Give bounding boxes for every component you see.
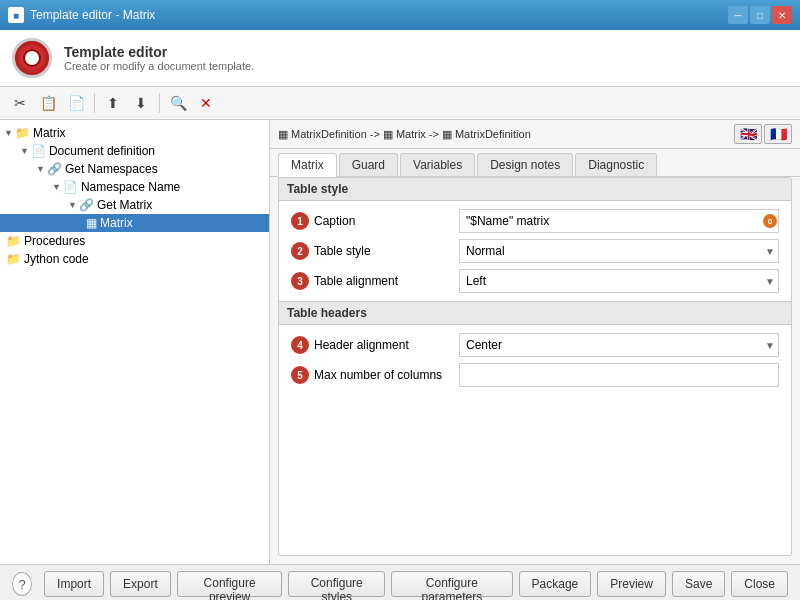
form-row-caption: 1 Caption 0 [291, 209, 779, 233]
minimize-button[interactable]: ─ [728, 6, 748, 24]
breadcrumb-icon-2: ▦ [383, 128, 393, 141]
folder-icon-jython: 📁 [6, 252, 21, 266]
delete-button[interactable]: ✕ [194, 91, 218, 115]
tablestyle-select[interactable]: Normal Simple Grid [459, 239, 779, 263]
form-label-maxcols: 5 Max number of columns [291, 366, 451, 384]
export-button[interactable]: Export [110, 571, 171, 597]
maxcols-input[interactable] [459, 363, 779, 387]
toolbar-separator-2 [159, 93, 160, 113]
configure-parameters-button[interactable]: Configure parameters [391, 571, 512, 597]
form-row-tablestyle: 2 Table style Normal Simple Grid ▼ [291, 239, 779, 263]
flag-fr-button[interactable]: 🇫🇷 [764, 124, 792, 144]
form-row-tablealign: 3 Table alignment Left Center Right ▼ [291, 269, 779, 293]
app-title: Template editor [64, 44, 254, 60]
tablealign-select-wrapper: Left Center Right ▼ [459, 269, 779, 293]
configure-styles-button[interactable]: Configure styles [288, 571, 385, 597]
num-badge-1: 1 [291, 212, 309, 230]
link-icon-getns: 🔗 [47, 162, 62, 176]
form-row-maxcols: 5 Max number of columns [291, 363, 779, 387]
breadcrumb: ▦ MatrixDefinition -> ▦ Matrix -> ▦ Matr… [278, 128, 531, 141]
link-icon-getmatrix: 🔗 [79, 198, 94, 212]
tree-item-nsname[interactable]: ▼ 📄 Namespace Name [0, 178, 269, 196]
window-close-button[interactable]: ✕ [772, 6, 792, 24]
table-style-section-header: Table style [279, 178, 791, 201]
label-headeralign: Header alignment [314, 338, 409, 352]
form-label-tablealign: 3 Table alignment [291, 272, 451, 290]
import-button[interactable]: Import [44, 571, 104, 597]
flag-group: 🇬🇧 🇫🇷 [734, 124, 792, 144]
label-maxcols: Max number of columns [314, 368, 442, 382]
form-label-caption: 1 Caption [291, 212, 451, 230]
expand-icon-nsname: ▼ [52, 182, 61, 192]
folder-icon-matrix: 📁 [15, 126, 30, 140]
tab-matrix[interactable]: Matrix [278, 153, 337, 177]
tab-design-notes[interactable]: Design notes [477, 153, 573, 176]
app-header: Template editor Create or modify a docum… [0, 30, 800, 87]
caption-input-wrapper: 0 [459, 209, 779, 233]
app-header-text: Template editor Create or modify a docum… [64, 44, 254, 72]
flag-uk-button[interactable]: 🇬🇧 [734, 124, 762, 144]
maximize-button[interactable]: □ [750, 6, 770, 24]
form-label-tablestyle: 2 Table style [291, 242, 451, 260]
expand-icon-getns: ▼ [36, 164, 45, 174]
form-label-headeralign: 4 Header alignment [291, 336, 451, 354]
tree-item-procedures[interactable]: 📁 Procedures [0, 232, 269, 250]
breadcrumb-sep-1: -> [370, 128, 380, 140]
form-row-headeralign: 4 Header alignment Left Center Right ▼ [291, 333, 779, 357]
tree-item-jython[interactable]: 📁 Jython code [0, 250, 269, 268]
tree-label-procedures: Procedures [24, 234, 85, 248]
toolbar: ✂ 📋 📄 ⬆ ⬇ 🔍 ✕ [0, 87, 800, 120]
breadcrumb-icon-3: ▦ [442, 128, 452, 141]
headeralign-select[interactable]: Left Center Right [459, 333, 779, 357]
tablealign-select[interactable]: Left Center Right [459, 269, 779, 293]
preview-button[interactable]: Preview [597, 571, 666, 597]
num-badge-4: 4 [291, 336, 309, 354]
tab-variables[interactable]: Variables [400, 153, 475, 176]
label-caption: Caption [314, 214, 355, 228]
breadcrumb-part-3: MatrixDefinition [455, 128, 531, 140]
label-tablestyle: Table style [314, 244, 371, 258]
tree-label-docdef: Document definition [49, 144, 155, 158]
tree-item-matrix-leaf[interactable]: ▦ Matrix [0, 214, 269, 232]
expand-icon-matrix: ▼ [4, 128, 13, 138]
move-up-button[interactable]: ⬆ [101, 91, 125, 115]
tree-label-getmatrix: Get Matrix [97, 198, 152, 212]
tree-item-getmatrix[interactable]: ▼ 🔗 Get Matrix [0, 196, 269, 214]
tree-label-matrix: Matrix [33, 126, 66, 140]
move-down-button[interactable]: ⬇ [129, 91, 153, 115]
tab-guard[interactable]: Guard [339, 153, 398, 176]
tree-item-docdef[interactable]: ▼ 📄 Document definition [0, 142, 269, 160]
package-button[interactable]: Package [519, 571, 592, 597]
save-button[interactable]: Save [672, 571, 725, 597]
breadcrumb-part-1: MatrixDefinition [291, 128, 367, 140]
tab-diagnostic[interactable]: Diagnostic [575, 153, 657, 176]
tree-label-nsname: Namespace Name [81, 180, 180, 194]
doc-icon-nsname: 📄 [63, 180, 78, 194]
help-button[interactable]: ? [12, 572, 32, 596]
copy-button[interactable]: 📄 [64, 91, 88, 115]
tree-item-getns[interactable]: ▼ 🔗 Get Namespaces [0, 160, 269, 178]
table-icon-matrix: ▦ [86, 216, 97, 230]
app-subtitle: Create or modify a document template. [64, 60, 254, 72]
app-logo-inner [23, 49, 41, 67]
tabs-bar: Matrix Guard Variables Design notes Diag… [270, 149, 800, 177]
toolbar-separator-1 [94, 93, 95, 113]
tree-item-matrix[interactable]: ▼ 📁 Matrix [0, 124, 269, 142]
num-badge-3: 3 [291, 272, 309, 290]
num-badge-2: 2 [291, 242, 309, 260]
cut-button[interactable]: ✂ [8, 91, 32, 115]
breadcrumb-part-2: Matrix [396, 128, 426, 140]
expand-icon-getmatrix: ▼ [68, 200, 77, 210]
label-tablealign: Table alignment [314, 274, 398, 288]
num-badge-5: 5 [291, 366, 309, 384]
configure-preview-button[interactable]: Configure preview [177, 571, 283, 597]
title-bar-left: ■ Template editor - Matrix [8, 7, 155, 23]
content-area: Table style 1 Caption 0 2 Table style [278, 177, 792, 556]
paste-button[interactable]: 📋 [36, 91, 60, 115]
doc-icon-docdef: 📄 [31, 144, 46, 158]
main-layout: ▼ 📁 Matrix ▼ 📄 Document definition ▼ 🔗 G… [0, 120, 800, 564]
search-button[interactable]: 🔍 [166, 91, 190, 115]
caption-badge: 0 [763, 214, 777, 228]
caption-input[interactable] [459, 209, 779, 233]
close-button[interactable]: Close [731, 571, 788, 597]
